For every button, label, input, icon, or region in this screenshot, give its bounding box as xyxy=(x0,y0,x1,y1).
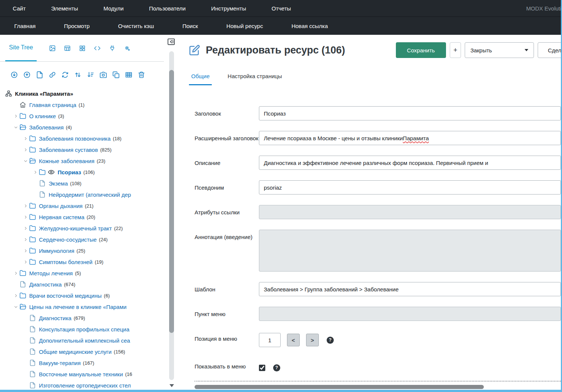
sort-icon[interactable] xyxy=(74,71,82,79)
tree-item-label[interactable]: Кожные заболевания xyxy=(39,158,94,164)
help-icon[interactable]: ? xyxy=(327,337,334,344)
tree-item-заболевания-суставов[interactable]: Заболевания суставов(825) xyxy=(0,144,164,155)
expand-toggle-icon[interactable] xyxy=(22,159,29,163)
tree-item-органы-дыхания[interactable]: Органы дыхания(21) xyxy=(0,200,164,211)
tree-item-label[interactable]: Дополнительный комплексный сеа xyxy=(39,337,130,344)
tree-item-нервная-система[interactable]: Нервная система(20) xyxy=(0,211,164,223)
tree-item-label[interactable]: Заболевания позвоночника xyxy=(39,135,111,142)
menu-position-decrease-button[interactable]: < xyxy=(287,334,300,346)
pagetitle-input[interactable]: Псориаз xyxy=(259,106,561,120)
sort-numeric-icon[interactable] xyxy=(87,71,94,79)
tree-item-label[interactable]: Нейродермит (атопический дер xyxy=(49,192,131,198)
horizontal-scrollbar-thumb[interactable] xyxy=(195,385,484,389)
tree-item-сердечно-сосудистые[interactable]: Сердечно-сосудистые(24) xyxy=(0,234,164,245)
menu-пользователи[interactable]: Пользователи xyxy=(136,0,198,16)
expand-toggle-icon[interactable] xyxy=(22,238,29,242)
expand-toggle-icon[interactable] xyxy=(12,271,19,275)
expand-toggle-icon[interactable] xyxy=(22,148,29,152)
grid-icon[interactable] xyxy=(79,45,86,52)
tab-site-tree[interactable]: Site Tree xyxy=(5,35,37,61)
tree-item-симптомы-болезней[interactable]: Симптомы болезней(19) xyxy=(0,256,164,267)
tree-item-кожные-заболевания[interactable]: Кожные заболевания(23) xyxy=(0,155,164,166)
tree-item-label[interactable]: Врачи восточной медицины xyxy=(29,293,102,299)
alias-input[interactable]: psoriaz xyxy=(259,180,561,195)
tree-item-label[interactable]: Общие медицинские услуги xyxy=(39,349,112,355)
tree-item-label[interactable]: Псориаз xyxy=(58,169,81,175)
save-split-button[interactable]: + xyxy=(450,42,461,58)
trash-icon[interactable] xyxy=(138,71,145,79)
tab-general[interactable]: Общие xyxy=(189,69,212,85)
tree-item-экзема[interactable]: Экзема(108) xyxy=(0,178,164,189)
tree-item-label[interactable]: Вакуум-терапия xyxy=(39,360,81,366)
tree-item-label[interactable]: Методы лечения xyxy=(29,270,73,276)
tree-item-главная-страница[interactable]: Главная страница(1) xyxy=(0,99,164,110)
tree-item-дополнительный-комплексный-сеа[interactable]: Дополнительный комплексный сеа xyxy=(0,335,164,346)
list-icon[interactable] xyxy=(125,71,132,79)
duplicate-icon[interactable] xyxy=(112,71,120,79)
menu-position-increase-button[interactable]: > xyxy=(306,334,319,346)
expand-toggle-icon[interactable] xyxy=(12,305,19,309)
tree-item-заболевания-позвоночника[interactable]: Заболевания позвоночника(18) xyxy=(0,133,164,144)
tree-scrollbar-thumb[interactable] xyxy=(169,70,174,333)
tree-item-label[interactable]: Симптомы болезней xyxy=(39,259,92,265)
tab-page-settings[interactable]: Настройка страницы xyxy=(225,69,284,85)
tree-item-label[interactable]: Клиника «Парамита» xyxy=(15,91,73,97)
action-поиск[interactable]: Поиск xyxy=(168,17,213,35)
expand-toggle-icon[interactable] xyxy=(12,114,19,118)
tree-item-врачи-восточной-медицины[interactable]: Врачи восточной медицины(6) xyxy=(0,290,164,301)
plug-icon[interactable] xyxy=(109,45,116,52)
tree-item-изготовление-ортопедических-стел[interactable]: Изготовление ортопедических стел xyxy=(0,380,164,390)
template-select[interactable]: Заболевания > Группа заболеваний > Забол… xyxy=(259,282,561,296)
expand-toggle-icon[interactable] xyxy=(22,137,29,141)
action-главная[interactable]: Главная xyxy=(0,17,50,35)
tree-item-диагностика[interactable]: Диагностика(679) xyxy=(0,312,164,324)
collapse-panel-icon[interactable] xyxy=(167,37,176,46)
image-icon[interactable] xyxy=(49,45,56,52)
expand-all-icon[interactable] xyxy=(10,71,18,79)
tree-item-label[interactable]: Иммунология xyxy=(39,248,74,254)
expand-toggle-icon[interactable] xyxy=(22,260,29,264)
tree-item-диагностика[interactable]: Диагностика(674) xyxy=(0,279,164,290)
action-новая-ссылка[interactable]: Новая ссылка xyxy=(277,17,342,35)
horizontal-scrollbar-track[interactable] xyxy=(195,385,561,389)
menu-отчеты[interactable]: Отчеты xyxy=(259,0,304,16)
tree-item-label[interactable]: Цены на лечение в клинике «Парами xyxy=(29,304,126,310)
expand-toggle-icon[interactable] xyxy=(12,294,19,298)
camera-icon[interactable] xyxy=(100,71,107,79)
description-input[interactable]: Диагностика и эффективное лечение различ… xyxy=(259,156,561,170)
show-in-menu-checkbox[interactable] xyxy=(259,365,265,371)
tree-item-восточные-мануальные-техники[interactable]: Восточные мануальные техники(16 xyxy=(0,368,164,380)
expand-toggle-icon[interactable] xyxy=(31,170,39,174)
tree-item-общие-медицинские-услуги[interactable]: Общие медицинские услуги(156) xyxy=(0,346,164,357)
help-icon[interactable]: ? xyxy=(273,364,280,371)
tree-item-о-клинике[interactable]: О клинике(3) xyxy=(0,110,164,122)
tree-item-label[interactable]: Диагностика xyxy=(29,281,62,288)
menu-инструменты[interactable]: Инструменты xyxy=(198,0,259,16)
action-новый-ресурс[interactable]: Новый ресурс xyxy=(212,17,277,35)
tree-item-label[interactable]: О клинике xyxy=(29,113,56,119)
introtext-textarea[interactable] xyxy=(259,230,561,272)
link-attributes-input[interactable] xyxy=(259,205,561,219)
close-dropdown-button[interactable]: Закрыть xyxy=(465,42,534,58)
tree-item-label[interactable]: Нервная система xyxy=(39,214,84,220)
tree-item-label[interactable]: Экзема xyxy=(49,180,68,187)
table-icon[interactable] xyxy=(64,45,71,52)
menu-модули[interactable]: Модули xyxy=(91,0,137,16)
refresh-icon[interactable] xyxy=(61,71,69,79)
tree-item-label[interactable]: Органы дыхания xyxy=(39,203,83,209)
menu-элементы[interactable]: Элементы xyxy=(39,0,91,16)
expand-toggle-icon[interactable] xyxy=(22,226,29,230)
menutitle-input[interactable] xyxy=(259,307,561,321)
tree-item-нейродермит-атопический-дер[interactable]: Нейродермит (атопический дер xyxy=(0,189,164,200)
save-button[interactable]: Сохранить xyxy=(396,42,446,58)
tree-item-label[interactable]: Диагностика xyxy=(39,315,71,321)
link-icon[interactable] xyxy=(49,71,56,79)
expand-toggle-icon[interactable] xyxy=(12,125,19,129)
longtitle-input[interactable]: Лечение псориаза в Москве - цены и отзыв… xyxy=(259,131,561,145)
expand-toggle-icon[interactable] xyxy=(22,204,29,208)
gears-icon[interactable] xyxy=(124,45,131,52)
tree-item-label[interactable]: Заболевания суставов xyxy=(39,147,98,153)
tree-item-клиника-парамита[interactable]: Клиника «Парамита» xyxy=(0,88,164,99)
tree-item-заболевания[interactable]: Заболевания(4) xyxy=(0,122,164,133)
code-icon[interactable] xyxy=(94,45,101,52)
